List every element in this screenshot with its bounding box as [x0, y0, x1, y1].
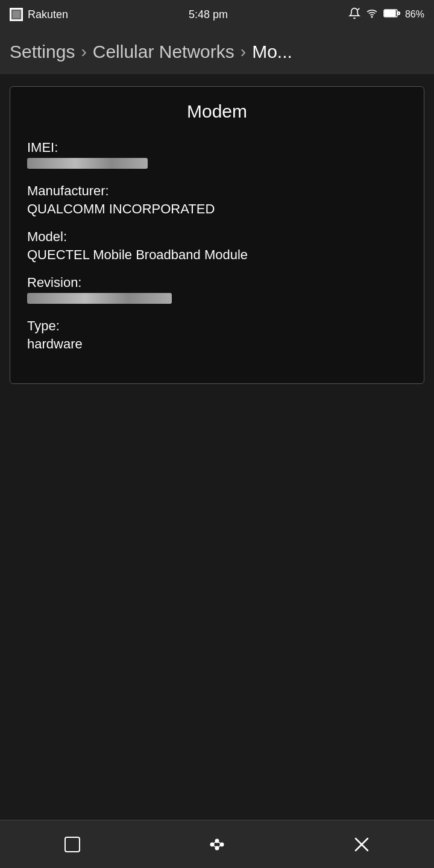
breadcrumb-sep-2: ›: [241, 42, 246, 61]
revision-label: Revision:: [27, 275, 407, 291]
status-bar: Rakuten 5:48 pm: [0, 0, 434, 29]
status-bar-right: 86%: [348, 7, 424, 22]
manufacturer-value: QUALCOMM INCORPORATED: [27, 201, 407, 217]
app-icon: [10, 8, 23, 21]
modem-card: Modem IMEI: Manufacturer: QUALCOMM INCOR…: [10, 86, 424, 384]
imei-label: IMEI:: [27, 140, 407, 156]
battery-percentage: 86%: [405, 9, 424, 20]
type-label: Type:: [27, 318, 407, 334]
wifi-icon: [365, 8, 379, 21]
main-content: Modem IMEI: Manufacturer: QUALCOMM INCOR…: [0, 74, 434, 820]
breadcrumb: Settings › Cellular Networks › Mo...: [0, 29, 434, 74]
status-bar-left: Rakuten: [10, 8, 68, 21]
recent-apps-button[interactable]: [199, 826, 235, 863]
square-button[interactable]: [54, 826, 90, 863]
bottom-nav: [0, 820, 434, 868]
revision-value: [27, 293, 172, 304]
svg-rect-10: [65, 837, 80, 852]
imei-value: [27, 158, 148, 169]
breadcrumb-modem: Mo...: [252, 42, 292, 62]
type-value: hardware: [27, 336, 407, 352]
model-label: Model:: [27, 229, 407, 245]
notification-icon: [348, 7, 360, 22]
model-value: QUECTEL Mobile Broadband Module: [27, 247, 407, 263]
svg-rect-1: [13, 11, 20, 18]
battery-icon: [383, 8, 400, 20]
breadcrumb-cellular[interactable]: Cellular Networks: [93, 42, 234, 62]
status-time: 5:48 pm: [189, 8, 228, 21]
breadcrumb-sep-1: ›: [81, 42, 86, 61]
close-button[interactable]: [344, 826, 380, 863]
app-name: Rakuten: [28, 8, 68, 21]
svg-rect-5: [385, 10, 395, 16]
manufacturer-label: Manufacturer:: [27, 183, 407, 199]
svg-point-3: [371, 16, 373, 17]
breadcrumb-settings[interactable]: Settings: [10, 42, 75, 62]
modem-title: Modem: [27, 101, 407, 122]
svg-line-2: [357, 8, 359, 10]
